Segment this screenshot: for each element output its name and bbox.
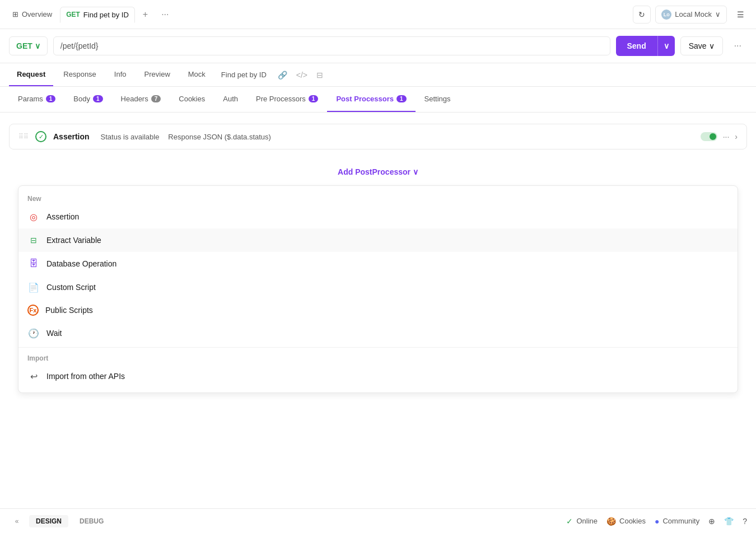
hamburger-menu-button[interactable]: ☰	[731, 6, 749, 24]
assertion-expand-button[interactable]: ›	[735, 132, 738, 141]
database-icon: 🗄	[27, 258, 40, 270]
assertion-status: Status is available	[101, 133, 160, 141]
overview-button[interactable]: ⊞ Overview	[7, 7, 58, 22]
online-icon: ✓	[566, 517, 573, 526]
save-button[interactable]: Save ∨	[680, 36, 723, 55]
community-button[interactable]: ● Community	[655, 517, 699, 526]
tab-endpoint-name: Find pet by ID	[216, 64, 272, 86]
dropdown-divider	[18, 347, 738, 348]
tab-title: Find pet by ID	[83, 11, 129, 19]
content-area: ⠿⠿ ✓ Assertion Status is available Respo…	[0, 113, 756, 404]
env-name: Local Mock	[675, 10, 712, 18]
discord-icon: ●	[655, 517, 659, 526]
send-label: Send	[616, 36, 657, 56]
more-tabs-button[interactable]: ···	[156, 6, 174, 23]
add-postprocessor-button[interactable]: Add PostProcessor ∨	[338, 167, 418, 176]
add-tab-button[interactable]: +	[137, 6, 153, 23]
add-postprocessor-container: Add PostProcessor ∨	[9, 158, 747, 185]
dropdown-item-custom-script[interactable]: 📄 Custom Script	[18, 275, 738, 299]
assertion-row: ⠿⠿ ✓ Assertion Status is available Respo…	[9, 124, 747, 149]
community-label: Community	[662, 517, 699, 525]
bottom-right-actions: ✓ Online 🍪 Cookies ● Community ⊕ 👕 ?	[566, 517, 747, 526]
assertion-actions: ··· ›	[701, 132, 738, 141]
tab-preview[interactable]: Preview	[137, 63, 178, 86]
tab-response[interactable]: Response	[55, 63, 104, 86]
code-icon[interactable]: </>	[293, 64, 311, 86]
active-tab[interactable]: GET Find pet by ID	[60, 7, 135, 23]
bottom-left-actions: « DESIGN DEBUG	[9, 513, 110, 529]
cookies-label: Cookies	[619, 517, 646, 525]
top-bar: ⊞ Overview GET Find pet by ID + ··· ↻ Lo…	[0, 0, 756, 29]
sub-tab-headers[interactable]: Headers 7	[112, 87, 170, 112]
online-label: Online	[576, 517, 598, 525]
tab-request[interactable]: Request	[9, 63, 53, 86]
sub-tab-settings[interactable]: Settings	[416, 87, 460, 112]
debug-mode-button[interactable]: DEBUG	[73, 515, 110, 527]
dropdown-item-import-apis[interactable]: ↩ Import from other APIs	[18, 364, 738, 388]
sub-tab-params[interactable]: Params 1	[9, 87, 64, 112]
shirt-button[interactable]: 👕	[724, 517, 734, 526]
shirt-icon: 👕	[724, 517, 734, 526]
assertion-name: Assertion	[53, 132, 90, 141]
method-selector[interactable]: GET ∨	[9, 36, 48, 55]
tab-mock[interactable]: Mock	[180, 63, 213, 86]
assertion-toggle[interactable]	[701, 132, 717, 141]
sub-tab-post-processors[interactable]: Post Processors 1	[327, 87, 415, 112]
env-selector[interactable]: Lo Local Mock ∨	[655, 6, 727, 24]
assertion-path: Response JSON ($.data.status)	[168, 133, 271, 141]
drag-handle[interactable]: ⠿⠿	[18, 133, 29, 141]
env-dot: Lo	[661, 10, 671, 20]
send-button[interactable]: Send ∨	[616, 36, 675, 56]
dropdown-item-assertion[interactable]: ◎ Assertion	[18, 205, 738, 228]
postprocessor-dropdown: New ◎ Assertion ⊟ Extract Variable 🗄 Dat…	[18, 185, 738, 393]
dropdown-item-public-scripts[interactable]: Fx Public Scripts	[18, 299, 738, 321]
assertion-icon: ◎	[27, 211, 40, 223]
bottom-bar: « DESIGN DEBUG ✓ Online 🍪 Cookies ● Comm…	[0, 508, 756, 533]
sub-tabs: Params 1 Body 1 Headers 7 Cookies Auth P…	[0, 87, 756, 113]
extract-variable-icon: ⊟	[27, 234, 40, 246]
sub-tab-auth[interactable]: Auth	[214, 87, 247, 112]
dropdown-item-extract-variable[interactable]: ⊟ Extract Variable	[18, 228, 738, 252]
split-icon[interactable]: ⊟	[313, 64, 326, 86]
assertion-check-icon: ✓	[35, 131, 46, 142]
save-dropdown-icon: ∨	[709, 41, 715, 50]
sub-tab-pre-processors[interactable]: Pre Processors 1	[247, 87, 327, 112]
question-icon: ?	[743, 517, 747, 526]
refresh-button[interactable]: ↻	[633, 6, 651, 24]
dropdown-new-section: New	[18, 190, 738, 205]
chevron-down-icon: ∨	[715, 10, 721, 18]
top-right-actions: ↻ Lo Local Mock ∨ ☰	[633, 6, 749, 24]
cookies-button[interactable]: 🍪 Cookies	[606, 517, 646, 526]
custom-script-icon: 📄	[27, 281, 40, 293]
back-navigation-button[interactable]: «	[9, 513, 25, 529]
assertion-more-button[interactable]: ···	[723, 132, 730, 141]
sub-tab-cookies[interactable]: Cookies	[170, 87, 214, 112]
import-icon: ↩	[27, 370, 40, 382]
url-bar: GET ∨ Send ∨ Save ∨ ···	[0, 29, 756, 63]
dropdown-item-wait[interactable]: 🕐 Wait	[18, 321, 738, 345]
online-status[interactable]: ✓ Online	[566, 517, 598, 526]
tab-info[interactable]: Info	[106, 63, 134, 86]
dropdown-item-database-operation[interactable]: 🗄 Database Operation	[18, 252, 738, 275]
wait-icon: 🕐	[27, 327, 40, 339]
toggle-thumb	[710, 133, 716, 140]
link-icon: 🔗	[274, 64, 291, 86]
help-button[interactable]: ⊕	[708, 517, 715, 526]
url-input[interactable]	[53, 36, 610, 55]
method-label: GET	[16, 41, 32, 50]
sub-tab-body[interactable]: Body 1	[64, 87, 111, 112]
cookies-icon: 🍪	[606, 517, 616, 526]
design-mode-button[interactable]: DESIGN	[29, 515, 68, 527]
question-button[interactable]: ?	[743, 517, 747, 526]
grid-icon: ⊞	[12, 10, 18, 18]
help-icon: ⊕	[708, 517, 715, 526]
method-badge: GET	[66, 11, 80, 18]
overview-label: Overview	[22, 10, 52, 18]
url-more-button[interactable]: ···	[729, 36, 747, 55]
method-dropdown-icon: ∨	[35, 41, 40, 50]
request-tabs: Request Response Info Preview Mock Find …	[0, 63, 756, 87]
send-dropdown-icon[interactable]: ∨	[657, 36, 675, 56]
public-scripts-icon: Fx	[27, 305, 39, 316]
save-label: Save	[689, 41, 707, 50]
dropdown-import-section: Import	[18, 350, 738, 364]
